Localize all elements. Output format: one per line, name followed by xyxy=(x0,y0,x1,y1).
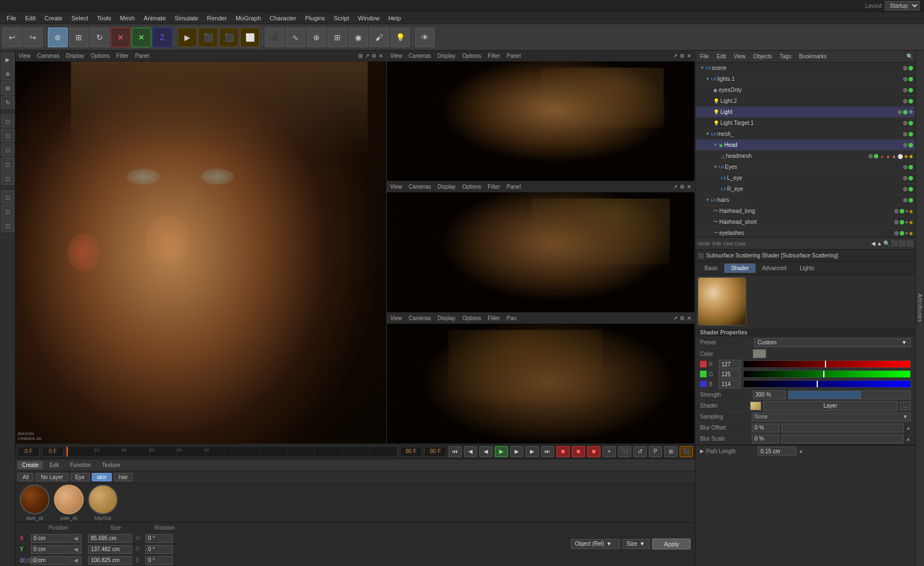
sv3-cameras[interactable]: Cameras xyxy=(409,315,431,321)
scene-dot-1[interactable] xyxy=(903,66,907,70)
hairlong-dot-2[interactable] xyxy=(900,209,904,213)
sv3-options[interactable]: Options xyxy=(462,315,481,321)
filter-hair[interactable]: hair xyxy=(114,473,133,481)
menu-create[interactable]: Create xyxy=(40,14,67,23)
coord-y-rot[interactable] xyxy=(145,545,173,554)
transport-t5[interactable]: ⊞ xyxy=(664,446,677,457)
sv2-panel[interactable]: Panel xyxy=(507,184,521,190)
vp-expand-icon[interactable]: ↗ xyxy=(365,53,369,59)
xyz-y-btn[interactable]: ✕ xyxy=(132,28,151,47)
me-arrow-left[interactable]: ◀ xyxy=(871,240,876,246)
head-dot-2[interactable] xyxy=(909,143,913,147)
transport-record-auto[interactable]: ⏺ xyxy=(556,446,570,457)
render-anim-btn[interactable]: ⬛ xyxy=(219,28,239,47)
redo-btn[interactable]: ↪ xyxy=(23,28,43,47)
symmetry-btn[interactable]: ⊞ xyxy=(327,28,347,47)
lights-collapse-icon[interactable]: ▼ xyxy=(706,76,710,81)
headmesh-tag-3[interactable]: ▲ xyxy=(892,153,896,159)
light2-dot-2[interactable] xyxy=(909,99,913,103)
coord-x-rot[interactable] xyxy=(145,534,173,543)
sampling-dropdown[interactable]: None ▼ xyxy=(752,413,911,421)
coord-z-pos-arrow[interactable]: ◀ xyxy=(70,556,81,565)
me-arrow-up[interactable]: ▲ xyxy=(877,240,882,246)
path-length-expand[interactable]: ▶ xyxy=(700,448,704,454)
me-userdata[interactable]: User Data xyxy=(723,241,746,246)
eyelashes-tag1[interactable]: ≡ xyxy=(905,230,908,236)
transport-record-all[interactable]: ⏺ xyxy=(587,446,600,457)
material-swatch-3[interactable] xyxy=(88,485,118,514)
coord-z-rot[interactable] xyxy=(145,556,173,565)
sv1-cameras[interactable]: Cameras xyxy=(409,53,431,59)
tree-item-scene[interactable]: ▼ L0 scene xyxy=(696,63,915,74)
light-target-icon[interactable]: ✛ xyxy=(909,109,913,115)
left-t3[interactable]: ◻ xyxy=(1,143,14,156)
lights-dot-1[interactable] xyxy=(903,77,907,81)
me-tab-shader[interactable]: Shader xyxy=(724,263,755,273)
left-t7[interactable]: ◻ xyxy=(1,205,14,218)
menu-render[interactable]: Render xyxy=(203,14,231,23)
menu-help[interactable]: Help xyxy=(384,14,406,23)
sv2-close[interactable]: ✕ xyxy=(687,184,691,190)
coord-z-size[interactable] xyxy=(88,556,132,565)
left-t4[interactable]: ◻ xyxy=(1,157,14,171)
coord-x-pos[interactable] xyxy=(31,534,69,543)
sv2-view[interactable]: View xyxy=(390,184,402,190)
smooth-btn[interactable]: ◉ xyxy=(348,28,368,47)
transport-prev[interactable]: ◀ xyxy=(479,446,493,457)
eyes-dot-2[interactable] xyxy=(909,165,913,169)
stereo-btn[interactable]: 👁 xyxy=(415,28,435,47)
sv1-expand[interactable]: ↗ xyxy=(673,53,677,59)
lights-btn[interactable]: 💡 xyxy=(390,28,410,47)
sv1-view[interactable]: View xyxy=(390,53,402,59)
tree-item-eyes[interactable]: ▼ L0 Eyes xyxy=(696,162,915,173)
sv2-settings[interactable]: ⚙ xyxy=(680,184,685,190)
head-collapse-icon[interactable]: ▼ xyxy=(713,142,718,147)
left-t5[interactable]: ◻ xyxy=(1,172,14,185)
layout-select[interactable]: Startup xyxy=(885,1,920,10)
lights-dot-2[interactable] xyxy=(909,77,913,81)
sv1-panel[interactable]: Panel xyxy=(507,53,521,59)
eyesonly-dot-1[interactable] xyxy=(903,88,907,92)
sv3-display[interactable]: Display xyxy=(438,315,456,321)
attributes-tab[interactable]: Attributes xyxy=(915,51,924,566)
om-edit[interactable]: Edit xyxy=(714,53,728,59)
leye-dot-2[interactable] xyxy=(909,176,913,180)
coord-x-size[interactable] xyxy=(88,534,132,543)
timecode-end2[interactable] xyxy=(424,447,446,457)
move-btn[interactable]: ⊕ xyxy=(48,28,68,47)
eyesonly-dot-2[interactable] xyxy=(909,88,913,92)
om-objects[interactable]: Objects xyxy=(751,53,774,59)
transport-t6[interactable]: ⬛ xyxy=(680,446,693,457)
mesh-collapse-icon[interactable]: ▼ xyxy=(706,131,710,136)
loop-btn[interactable]: ⊕ xyxy=(307,28,326,47)
menu-simulate[interactable]: Simulate xyxy=(170,14,203,23)
sv3-panel[interactable]: Pan xyxy=(507,315,517,321)
menu-script[interactable]: Script xyxy=(329,14,353,23)
left-select[interactable]: ▶ xyxy=(1,53,14,66)
coord-y-pos-arrow[interactable]: ◀ xyxy=(70,545,81,554)
path-length-arrow[interactable]: ▲ xyxy=(799,448,803,454)
headmesh-tag-1[interactable]: ▲ xyxy=(879,153,884,159)
sv2-filter[interactable]: Filter xyxy=(488,184,500,190)
sv1-close[interactable]: ✕ xyxy=(687,53,691,59)
me-search-icon[interactable]: 🔍 xyxy=(883,240,890,246)
channel-b-slider[interactable] xyxy=(743,380,911,388)
transport-prev-key[interactable]: ◀ xyxy=(464,446,477,457)
sv1-options[interactable]: Options xyxy=(462,53,481,59)
sv2-display[interactable]: Display xyxy=(438,184,456,190)
sv3-settings[interactable]: ⚙ xyxy=(680,315,685,321)
transport-end[interactable]: ⏭ xyxy=(541,446,554,457)
sv2-expand[interactable]: ↗ xyxy=(673,184,677,190)
sv1-filter[interactable]: Filter xyxy=(488,53,500,59)
headmesh-tag-5[interactable]: ◆ xyxy=(904,153,908,159)
xyz-x-btn[interactable]: ✕ xyxy=(111,28,130,47)
secondary-viewport-1[interactable] xyxy=(387,62,695,181)
menu-plugins[interactable]: Plugins xyxy=(300,14,329,23)
transport-play[interactable]: ▶ xyxy=(495,446,508,457)
tree-item-light2[interactable]: 💡 Light.2 xyxy=(696,96,915,107)
lighttarget-dot-2[interactable] xyxy=(909,121,913,125)
tab-edit[interactable]: Edit xyxy=(45,461,63,469)
sv2-options[interactable]: Options xyxy=(462,184,481,190)
render-btn[interactable]: ⬛ xyxy=(198,28,218,47)
om-tags[interactable]: Tags xyxy=(778,53,794,59)
